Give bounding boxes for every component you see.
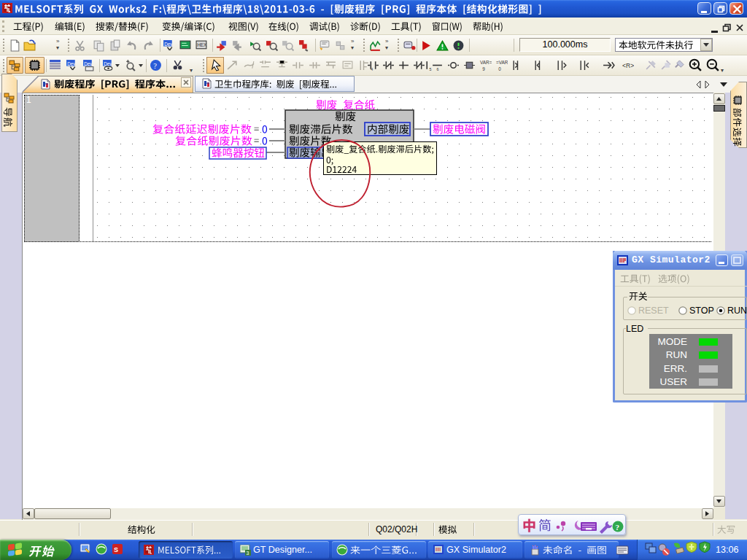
svg-text:<R>: <R> [622, 62, 634, 69]
svg-text:=VAR: =VAR [496, 60, 508, 65]
svg-text:Dev: Dev [164, 42, 173, 47]
svg-text:Dev: Dev [67, 61, 76, 66]
svg-text:HEX: HEX [197, 42, 207, 47]
svg-text:?: ? [153, 62, 157, 70]
svg-text:6: 6 [436, 67, 438, 71]
svg-text:3: 3 [247, 551, 249, 556]
svg-text:Dev: Dev [104, 61, 112, 66]
svg-text:0: 0 [498, 66, 501, 71]
svg-text:4: 4 [371, 67, 373, 71]
svg-text:Dev: Dev [84, 61, 93, 66]
svg-text:VAR=: VAR= [480, 60, 492, 65]
svg-text:9: 9 [482, 66, 485, 71]
